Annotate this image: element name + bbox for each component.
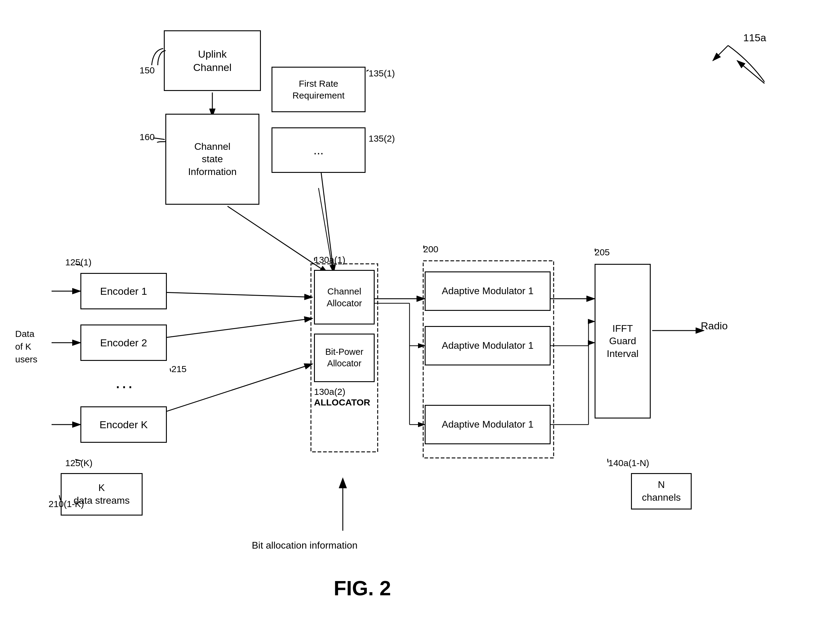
data-of-k-users-label: Dataof Kusers — [15, 328, 37, 366]
n-channels-box: Nchannels — [631, 473, 692, 509]
first-rate-box: First RateRequirement — [272, 67, 366, 112]
ref-160: 160 — [139, 132, 155, 142]
encoder-dots: ... — [115, 372, 134, 392]
ref-150: 150 — [139, 65, 155, 76]
diagram-container: UplinkChannel ChannelstateInformation Fi… — [0, 0, 840, 632]
ref-125-1: 125(1) — [65, 257, 92, 268]
ref-210: 210(1-K) — [49, 499, 84, 509]
fig-label: FIG. 2 — [334, 576, 391, 600]
svg-line-30 — [737, 61, 764, 84]
encoderk-box: Encoder K — [81, 407, 167, 443]
ref-135-2: 135(2) — [369, 134, 395, 144]
ifft-box: IFFTGuardInterval — [595, 264, 651, 419]
adaptive-mod1-box: Adaptive Modulator 1 — [425, 271, 551, 311]
adaptive-mod3-box: Adaptive Modulator 1 — [425, 405, 551, 444]
bit-power-allocator-box: Bit-PowerAllocator — [314, 334, 375, 382]
ref-135-1: 135(1) — [369, 68, 395, 79]
allocator-label: ALLOCATOR — [314, 397, 370, 408]
bracket-curves — [0, 0, 840, 632]
ref-200: 200 — [423, 244, 438, 254]
rate-req-dots-box: ... — [272, 128, 366, 173]
ref-215: 215 — [171, 364, 186, 374]
encoder2-box: Encoder 2 — [81, 325, 167, 361]
adaptive-mod2-box: Adaptive Modulator 1 — [425, 326, 551, 366]
ref-130a2: 130a(2) — [314, 387, 345, 397]
radio-label: Radio — [701, 320, 728, 332]
svg-line-3 — [227, 206, 328, 273]
ref-130a1: 130a(1) — [314, 255, 345, 265]
ref-125-k: 125(K) — [65, 458, 93, 468]
channel-allocator-box: ChannelAllocator — [314, 270, 375, 325]
uplink-channel-box: UplinkChannel — [164, 30, 261, 91]
k-data-streams-box: Kdata streams — [61, 473, 142, 515]
bit-alloc-info-label: Bit allocation information — [252, 540, 358, 551]
encoder1-box: Encoder 1 — [81, 273, 167, 309]
ref-205: 205 — [595, 247, 610, 257]
svg-line-29 — [713, 46, 728, 61]
ref-140a: 140a(1-N) — [608, 458, 649, 468]
diagram-arrows — [0, 0, 840, 632]
channel-state-box: ChannelstateInformation — [165, 114, 259, 205]
ref-115a: 115a — [743, 32, 766, 44]
